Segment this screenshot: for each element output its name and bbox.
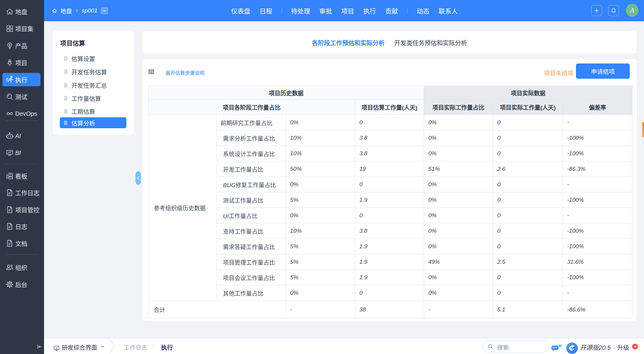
svg-text:AI: AI [558, 344, 562, 348]
